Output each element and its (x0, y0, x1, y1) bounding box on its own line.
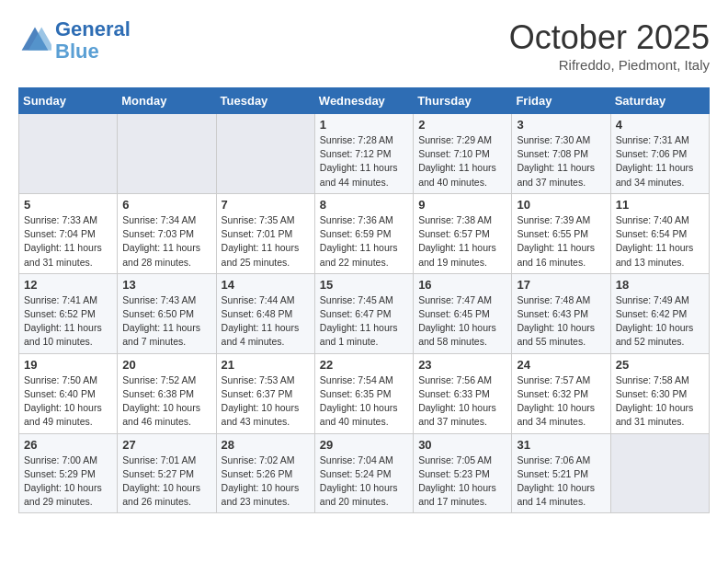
day-info: Sunrise: 7:50 AM Sunset: 6:40 PM Dayligh… (24, 373, 112, 430)
calendar-cell: 1Sunrise: 7:28 AM Sunset: 7:12 PM Daylig… (314, 114, 413, 194)
calendar-cell: 3Sunrise: 7:30 AM Sunset: 7:08 PM Daylig… (512, 114, 610, 194)
day-info: Sunrise: 7:45 AM Sunset: 6:47 PM Dayligh… (320, 293, 408, 350)
page-header: General Blue October 2025 Rifreddo, Pied… (18, 18, 710, 73)
weekday-header-tuesday: Tuesday (216, 88, 314, 114)
calendar-cell: 5Sunrise: 7:33 AM Sunset: 7:04 PM Daylig… (19, 193, 118, 273)
day-info: Sunrise: 7:41 AM Sunset: 6:52 PM Dayligh… (24, 293, 112, 350)
calendar-week-2: 5Sunrise: 7:33 AM Sunset: 7:04 PM Daylig… (19, 193, 710, 273)
day-number: 28 (222, 438, 310, 452)
calendar-cell (216, 114, 314, 194)
day-number: 25 (616, 358, 704, 372)
day-number: 23 (418, 358, 506, 372)
day-number: 14 (222, 278, 310, 292)
day-info: Sunrise: 7:40 AM Sunset: 6:54 PM Dayligh… (616, 213, 704, 270)
weekday-header-sunday: Sunday (19, 88, 118, 114)
day-number: 5 (24, 198, 112, 212)
calendar-cell: 24Sunrise: 7:57 AM Sunset: 6:32 PM Dayli… (512, 353, 610, 433)
calendar-cell: 4Sunrise: 7:31 AM Sunset: 7:06 PM Daylig… (610, 114, 709, 194)
calendar-cell: 11Sunrise: 7:40 AM Sunset: 6:54 PM Dayli… (610, 193, 709, 273)
calendar-cell: 30Sunrise: 7:05 AM Sunset: 5:23 PM Dayli… (414, 433, 512, 513)
calendar-cell: 9Sunrise: 7:38 AM Sunset: 6:57 PM Daylig… (414, 193, 512, 273)
calendar-cell: 13Sunrise: 7:43 AM Sunset: 6:50 PM Dayli… (118, 273, 216, 353)
calendar-cell: 8Sunrise: 7:36 AM Sunset: 6:59 PM Daylig… (314, 193, 413, 273)
day-info: Sunrise: 7:29 AM Sunset: 7:10 PM Dayligh… (418, 133, 506, 190)
calendar-week-4: 19Sunrise: 7:50 AM Sunset: 6:40 PM Dayli… (19, 353, 710, 433)
calendar-cell: 22Sunrise: 7:54 AM Sunset: 6:35 PM Dayli… (314, 353, 413, 433)
calendar-cell: 23Sunrise: 7:56 AM Sunset: 6:33 PM Dayli… (414, 353, 512, 433)
day-number: 7 (222, 198, 310, 212)
weekday-header-saturday: Saturday (610, 88, 709, 114)
day-number: 15 (320, 278, 408, 292)
calendar-cell: 2Sunrise: 7:29 AM Sunset: 7:10 PM Daylig… (414, 114, 512, 194)
day-info: Sunrise: 7:30 AM Sunset: 7:08 PM Dayligh… (517, 133, 605, 190)
logo: General Blue (18, 18, 131, 63)
day-info: Sunrise: 7:36 AM Sunset: 6:59 PM Dayligh… (320, 213, 408, 270)
day-info: Sunrise: 7:56 AM Sunset: 6:33 PM Dayligh… (418, 373, 506, 430)
day-info: Sunrise: 7:43 AM Sunset: 6:50 PM Dayligh… (122, 293, 210, 350)
day-info: Sunrise: 7:38 AM Sunset: 6:57 PM Dayligh… (418, 213, 506, 270)
calendar-cell: 15Sunrise: 7:45 AM Sunset: 6:47 PM Dayli… (314, 273, 413, 353)
day-info: Sunrise: 7:57 AM Sunset: 6:32 PM Dayligh… (517, 373, 605, 430)
day-info: Sunrise: 7:06 AM Sunset: 5:21 PM Dayligh… (517, 454, 605, 510)
day-number: 6 (122, 198, 210, 212)
day-info: Sunrise: 7:02 AM Sunset: 5:26 PM Dayligh… (222, 454, 310, 510)
calendar-cell: 20Sunrise: 7:52 AM Sunset: 6:38 PM Dayli… (118, 353, 216, 433)
calendar-body: 1Sunrise: 7:28 AM Sunset: 7:12 PM Daylig… (19, 114, 710, 513)
day-number: 29 (320, 438, 408, 452)
day-info: Sunrise: 7:34 AM Sunset: 7:03 PM Dayligh… (122, 213, 210, 270)
day-info: Sunrise: 7:52 AM Sunset: 6:38 PM Dayligh… (122, 373, 210, 430)
logo-icon (18, 24, 51, 57)
day-info: Sunrise: 7:54 AM Sunset: 6:35 PM Dayligh… (320, 373, 408, 430)
logo-text: General Blue (55, 18, 131, 63)
weekday-header-wednesday: Wednesday (314, 88, 413, 114)
day-info: Sunrise: 7:44 AM Sunset: 6:48 PM Dayligh… (222, 293, 310, 350)
day-number: 4 (616, 118, 704, 132)
day-info: Sunrise: 7:53 AM Sunset: 6:37 PM Dayligh… (222, 373, 310, 430)
calendar-cell: 31Sunrise: 7:06 AM Sunset: 5:21 PM Dayli… (512, 433, 610, 513)
day-info: Sunrise: 7:31 AM Sunset: 7:06 PM Dayligh… (616, 133, 704, 190)
day-info: Sunrise: 7:04 AM Sunset: 5:24 PM Dayligh… (320, 454, 408, 510)
day-number: 22 (320, 358, 408, 372)
day-info: Sunrise: 7:39 AM Sunset: 6:55 PM Dayligh… (517, 213, 605, 270)
weekday-header-monday: Monday (118, 88, 216, 114)
calendar-cell (19, 114, 118, 194)
day-number: 16 (418, 278, 506, 292)
day-number: 2 (418, 118, 506, 132)
day-info: Sunrise: 7:49 AM Sunset: 6:42 PM Dayligh… (616, 293, 704, 350)
calendar-table: SundayMondayTuesdayWednesdayThursdayFrid… (18, 87, 710, 513)
calendar-cell: 25Sunrise: 7:58 AM Sunset: 6:30 PM Dayli… (610, 353, 709, 433)
calendar-cell: 19Sunrise: 7:50 AM Sunset: 6:40 PM Dayli… (19, 353, 118, 433)
day-info: Sunrise: 7:33 AM Sunset: 7:04 PM Dayligh… (24, 213, 112, 270)
day-number: 8 (320, 198, 408, 212)
calendar-cell: 16Sunrise: 7:47 AM Sunset: 6:45 PM Dayli… (414, 273, 512, 353)
day-number: 13 (122, 278, 210, 292)
day-number: 17 (517, 278, 605, 292)
calendar-cell: 7Sunrise: 7:35 AM Sunset: 7:01 PM Daylig… (216, 193, 314, 273)
calendar-week-5: 26Sunrise: 7:00 AM Sunset: 5:29 PM Dayli… (19, 433, 710, 513)
calendar-cell (610, 433, 709, 513)
day-info: Sunrise: 7:48 AM Sunset: 6:43 PM Dayligh… (517, 293, 605, 350)
day-number: 19 (24, 358, 112, 372)
day-number: 10 (517, 198, 605, 212)
calendar-cell: 27Sunrise: 7:01 AM Sunset: 5:27 PM Dayli… (118, 433, 216, 513)
day-info: Sunrise: 7:05 AM Sunset: 5:23 PM Dayligh… (418, 454, 506, 510)
day-number: 21 (222, 358, 310, 372)
calendar-cell: 17Sunrise: 7:48 AM Sunset: 6:43 PM Dayli… (512, 273, 610, 353)
weekday-header-friday: Friday (512, 88, 610, 114)
day-number: 18 (616, 278, 704, 292)
day-number: 27 (122, 438, 210, 452)
day-number: 20 (122, 358, 210, 372)
calendar-cell: 26Sunrise: 7:00 AM Sunset: 5:29 PM Dayli… (19, 433, 118, 513)
day-info: Sunrise: 7:01 AM Sunset: 5:27 PM Dayligh… (122, 454, 210, 510)
calendar-cell (118, 114, 216, 194)
calendar-cell: 12Sunrise: 7:41 AM Sunset: 6:52 PM Dayli… (19, 273, 118, 353)
calendar-cell: 18Sunrise: 7:49 AM Sunset: 6:42 PM Dayli… (610, 273, 709, 353)
day-number: 11 (616, 198, 704, 212)
calendar-cell: 21Sunrise: 7:53 AM Sunset: 6:37 PM Dayli… (216, 353, 314, 433)
day-number: 9 (418, 198, 506, 212)
calendar-week-1: 1Sunrise: 7:28 AM Sunset: 7:12 PM Daylig… (19, 114, 710, 194)
day-info: Sunrise: 7:00 AM Sunset: 5:29 PM Dayligh… (24, 454, 112, 510)
calendar-cell: 29Sunrise: 7:04 AM Sunset: 5:24 PM Dayli… (314, 433, 413, 513)
day-info: Sunrise: 7:47 AM Sunset: 6:45 PM Dayligh… (418, 293, 506, 350)
day-number: 24 (517, 358, 605, 372)
